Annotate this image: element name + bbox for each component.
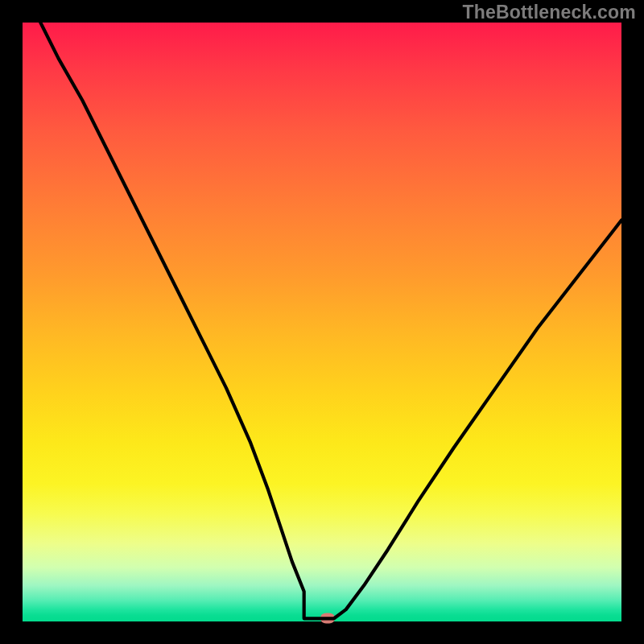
- plot-area: [23, 23, 621, 621]
- bottleneck-curve: [23, 23, 621, 621]
- chart-frame: TheBottleneck.com: [0, 0, 644, 644]
- watermark-text: TheBottleneck.com: [462, 2, 636, 23]
